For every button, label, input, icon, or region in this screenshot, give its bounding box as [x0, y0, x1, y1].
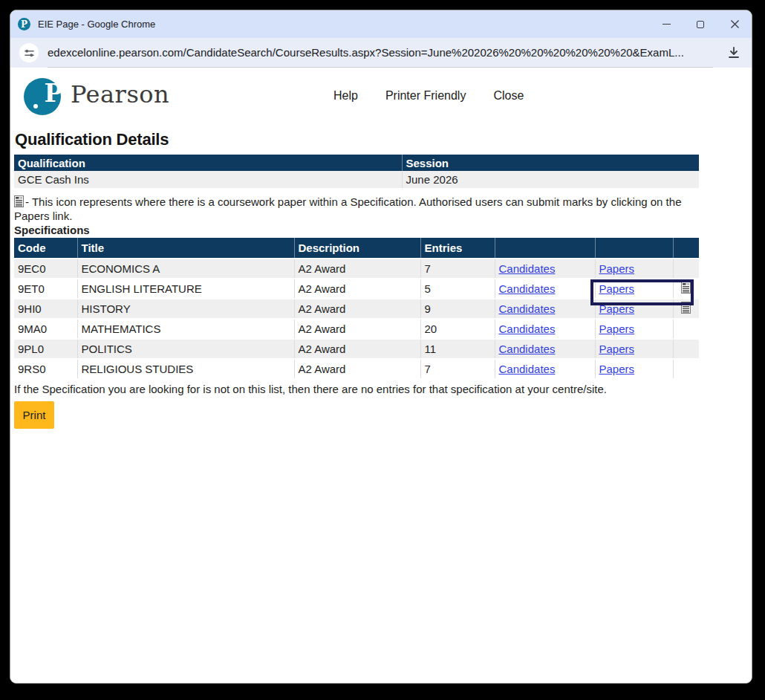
table-row: 9ET0 ENGLISH LITERATURE A2 Award 5 Candi…: [14, 279, 699, 299]
site-header: P Pearson Help Printer Friendly Close: [14, 77, 752, 121]
description-header: Description: [294, 238, 420, 259]
coursework-note-text: - This icon represents where there is a …: [14, 195, 681, 222]
entries-header: Entries: [420, 238, 495, 259]
papers-link[interactable]: Papers: [599, 323, 635, 335]
download-button[interactable]: [725, 44, 743, 62]
close-icon: [730, 19, 740, 29]
specifications-table-wrap: Code Title Description Entries 9EC0 ECON…: [14, 238, 699, 380]
session-value: June 2026: [402, 171, 699, 188]
spec-entries: 20: [420, 319, 495, 339]
pearson-favicon-icon: P: [18, 18, 30, 30]
nav-help-link[interactable]: Help: [333, 89, 358, 103]
specifications-table: Code Title Description Entries 9EC0 ECON…: [14, 238, 699, 380]
coursework-icon-cell: [673, 339, 699, 359]
page-content: P Pearson Help Printer Friendly Close Qu…: [10, 68, 752, 683]
minimize-button[interactable]: [649, 10, 683, 38]
candidates-column-header: [495, 238, 595, 259]
spec-entries: 9: [420, 299, 495, 319]
candidates-link[interactable]: Candidates: [499, 262, 556, 275]
papers-link[interactable]: Papers: [599, 302, 635, 315]
coursework-icon-cell: [673, 299, 699, 319]
spec-title: ECONOMICS A: [77, 259, 294, 279]
nav-printer-friendly-link[interactable]: Printer Friendly: [385, 89, 466, 103]
url-bar[interactable]: edexcelonline.pearson.com/CandidateSearc…: [48, 38, 713, 68]
spec-title: RELIGIOUS STUDIES: [77, 359, 294, 379]
site-info-button[interactable]: [19, 43, 39, 62]
spec-description: A2 Award: [294, 319, 420, 339]
coursework-note: - This icon represents where there is a …: [14, 195, 709, 223]
spec-title: POLITICS: [77, 339, 294, 359]
candidates-link[interactable]: Candidates: [499, 323, 556, 335]
close-window-button[interactable]: [717, 10, 752, 38]
spec-code: 9EC0: [14, 259, 77, 279]
maximize-icon: [697, 21, 704, 28]
table-row: GCE Cash Ins June 2026: [14, 171, 699, 188]
browser-window: P EIE Page - Google Chrome edexcelonline…: [10, 10, 752, 684]
window-controls: [649, 10, 752, 38]
spec-code: 9HI0: [14, 299, 77, 319]
papers-link[interactable]: Papers: [599, 262, 635, 275]
spec-description: A2 Award: [294, 339, 420, 359]
candidates-link[interactable]: Candidates: [499, 282, 556, 295]
candidates-link[interactable]: Candidates: [499, 363, 556, 375]
coursework-icon-cell: [673, 359, 699, 379]
table-row: 9EC0 ECONOMICS A A2 Award 7 Candidates P…: [14, 259, 699, 279]
spec-entries: 11: [420, 339, 495, 359]
spec-entries: 7: [420, 359, 495, 379]
papers-link[interactable]: Papers: [599, 282, 635, 295]
page-title: Qualification Details: [15, 130, 752, 149]
icon-column-header: [673, 238, 699, 259]
table-row: 9PL0 POLITICS A2 Award 11 Candidates Pap…: [14, 339, 699, 359]
maximize-button[interactable]: [683, 10, 717, 38]
title-header: Title: [77, 238, 294, 259]
url-text: edexcelonline.pearson.com/CandidateSearc…: [48, 46, 684, 59]
coursework-paper-icon: [14, 195, 24, 207]
print-button[interactable]: Print: [14, 401, 54, 429]
code-header: Code: [14, 238, 77, 259]
spec-description: A2 Award: [294, 259, 420, 279]
spec-code: 9ET0: [14, 279, 77, 299]
coursework-paper-icon: [681, 282, 691, 294]
spec-entries: 7: [420, 259, 495, 279]
spec-code: 9PL0: [14, 339, 77, 359]
spec-title: HISTORY: [77, 299, 294, 319]
spec-description: A2 Award: [294, 359, 420, 379]
title-bar: P EIE Page - Google Chrome: [10, 10, 752, 38]
site-info-icon: [24, 48, 35, 59]
pearson-logo-dot: [33, 104, 38, 108]
specifications-label: Specifications: [14, 224, 752, 236]
spec-code: 9MA0: [14, 319, 77, 339]
coursework-icon-cell: [673, 259, 699, 279]
coursework-paper-icon: [681, 302, 691, 314]
window-title: EIE Page - Google Chrome: [38, 19, 155, 30]
no-entries-note: If the Specification you are looking for…: [14, 382, 752, 396]
download-icon: [726, 45, 741, 60]
session-header: Session: [402, 155, 699, 171]
table-row: 9RS0 RELIGIOUS STUDIES A2 Award 7 Candid…: [14, 359, 699, 379]
papers-column-header: [595, 238, 673, 259]
table-row: 9HI0 HISTORY A2 Award 9 Candidates Paper…: [14, 299, 699, 319]
pearson-logo-icon: P: [24, 78, 61, 115]
spec-title: MATHEMATICS: [77, 319, 294, 339]
spec-description: A2 Award: [294, 299, 420, 319]
favicon-letter: P: [21, 20, 27, 29]
spec-code: 9RS0: [14, 359, 77, 379]
spec-entries: 5: [420, 279, 495, 299]
candidates-link[interactable]: Candidates: [499, 302, 556, 315]
site-nav: Help Printer Friendly Close: [333, 89, 524, 103]
coursework-icon-cell: [673, 319, 699, 339]
qualification-table: Qualification Session GCE Cash Ins June …: [14, 155, 699, 188]
browser-toolbar: edexcelonline.pearson.com/CandidateSearc…: [10, 38, 752, 68]
papers-link[interactable]: Papers: [599, 363, 635, 375]
qualification-value: GCE Cash Ins: [14, 171, 402, 188]
papers-link[interactable]: Papers: [599, 343, 635, 355]
qualification-header: Qualification: [14, 155, 402, 171]
spec-title: ENGLISH LITERATURE: [77, 279, 294, 299]
nav-close-link[interactable]: Close: [493, 89, 524, 103]
coursework-icon-cell: [673, 279, 699, 299]
candidates-link[interactable]: Candidates: [499, 343, 556, 355]
table-row: 9MA0 MATHEMATICS A2 Award 20 Candidates …: [14, 319, 699, 339]
minimize-icon: [663, 24, 671, 25]
spec-description: A2 Award: [294, 279, 420, 299]
pearson-wordmark: Pearson: [71, 80, 169, 108]
